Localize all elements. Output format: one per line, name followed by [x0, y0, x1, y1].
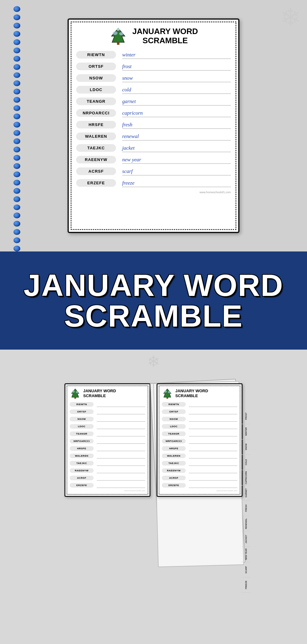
rotated-answer-word: GARNET	[242, 485, 250, 501]
small-answer-line	[97, 409, 145, 414]
worksheet-header: JANUARY WORD SCRAMBLE	[76, 26, 231, 45]
ws-small-row: NSOW	[162, 416, 237, 422]
ws-small-row: NRPOARCCI	[162, 438, 237, 444]
section-bottom: ❄ JANUARY WORD SCRAMBLE RIEWTN ORTSF	[0, 350, 307, 644]
answer-line: freeze	[122, 178, 231, 187]
answer-text: fresh	[122, 122, 132, 128]
answer-line: snow	[122, 74, 231, 82]
ws-small-title-right: JANUARY WORD SCRAMBLE	[175, 389, 208, 398]
answer-line: new year	[122, 155, 231, 164]
bead	[14, 229, 20, 235]
answer-text: renewal	[122, 133, 139, 140]
scrambled-word: ERZEFE	[76, 179, 116, 187]
svg-point-3	[119, 32, 123, 35]
svg-point-11	[164, 390, 167, 393]
small-answer-line	[189, 453, 237, 458]
answer-line: garnet	[122, 97, 231, 105]
small-answer-line	[97, 424, 145, 429]
scrambled-word: RAEENYW	[76, 156, 116, 163]
bead	[14, 113, 20, 119]
scrambled-word: LDOC	[76, 86, 116, 94]
bead	[14, 163, 20, 169]
answer-line: frost	[122, 62, 231, 71]
small-answer-line	[97, 401, 145, 407]
small-answer-line	[189, 468, 237, 473]
worksheet-row: TEANGR garnet	[76, 97, 231, 105]
ws-small-row: HRSFE	[70, 446, 145, 451]
worksheet-row: HRSFE fresh	[76, 120, 231, 129]
tree-icon	[109, 27, 127, 45]
bead	[14, 155, 20, 161]
answer-text: jacket	[122, 145, 135, 152]
bead	[14, 221, 20, 227]
bead	[14, 213, 20, 218]
small-answer-line	[97, 482, 145, 488]
bead	[14, 31, 20, 37]
small-answer-line	[97, 475, 145, 481]
ws-small-row: ORTSF	[70, 409, 145, 414]
svg-rect-13	[166, 397, 168, 399]
scrambled-word: HRSFE	[76, 121, 116, 128]
scrambled-word: ACRSF	[76, 167, 116, 175]
scrambled-word: NRPOARCCI	[76, 109, 116, 117]
answer-text: snow	[122, 75, 133, 82]
svg-point-7	[72, 390, 75, 393]
bead	[14, 23, 20, 29]
answer-line: scarf	[122, 167, 231, 175]
ws-small-rows-left: RIEWTN ORTSF NSOW LDOC TEANGR NRPOARCCI …	[70, 401, 145, 488]
small-tree-icon-right	[162, 388, 173, 399]
small-scrambled-word: TAEJKC	[70, 461, 94, 466]
small-scrambled-word: ORTSF	[70, 409, 94, 414]
bead	[14, 147, 20, 152]
small-scrambled-word: NRPOARCCI	[70, 439, 94, 443]
answer-line: renewal	[122, 132, 231, 140]
ws-small-row: TAEJKC	[162, 460, 237, 466]
svg-marker-6	[71, 389, 79, 399]
small-tree-icon-left	[70, 388, 81, 399]
worksheet-card-answered: JANUARY WORD SCRAMBLE RIEWTN winter ORTS…	[68, 18, 239, 233]
answer-line: capricorn	[122, 109, 231, 117]
worksheet-row: NRPOARCCI capricorn	[76, 109, 231, 117]
small-scrambled-word: ORTSF	[162, 409, 186, 414]
small-answer-line	[97, 453, 145, 458]
bead	[14, 205, 20, 210]
answer-line: cold	[122, 85, 231, 94]
ws-small-row: ERZEFE	[162, 482, 237, 488]
ws-small-header-right: JANUARY WORD SCRAMBLE	[162, 388, 237, 399]
small-scrambled-word: TEANGR	[70, 431, 94, 436]
answer-text: winter	[122, 52, 135, 59]
bead	[14, 72, 20, 78]
small-scrambled-word: WALEREN	[70, 454, 94, 458]
ws-small-header-left: JANUARY WORD SCRAMBLE	[70, 388, 145, 399]
small-answer-line	[97, 446, 145, 451]
bead	[14, 97, 20, 103]
small-answer-line	[189, 409, 237, 414]
rotated-answer-word: FREEZE	[242, 577, 250, 593]
ws-small-row: ORTSF	[162, 409, 237, 414]
ws-small-row: WALEREN	[70, 453, 145, 458]
bead	[14, 130, 20, 136]
worksheet-row: TAEJKC jacket	[76, 144, 231, 152]
bead	[14, 105, 20, 111]
small-scrambled-word: HRSFE	[162, 446, 186, 451]
small-answer-line	[189, 446, 237, 451]
answer-text: frost	[122, 63, 132, 70]
scrambled-word: NSOW	[76, 74, 116, 82]
svg-point-2	[113, 31, 118, 35]
small-scrambled-word: HRSFE	[70, 446, 94, 451]
rotated-answer-word: COLD	[242, 455, 250, 470]
worksheet-row: ERZEFE freeze	[76, 178, 231, 187]
small-scrambled-word: NRPOARCCI	[162, 439, 186, 443]
small-answer-line	[97, 460, 145, 466]
scrambled-word: TEANGR	[76, 98, 116, 105]
svg-rect-9	[74, 397, 76, 399]
banner-title: JANUARY WORD SCRAMBLE	[24, 270, 283, 331]
ws-small-row: RAEENYW	[162, 468, 237, 473]
scrambled-word: TAEJKC	[76, 144, 116, 152]
ws-small-row: NRPOARCCI	[70, 438, 145, 444]
bead	[14, 6, 20, 12]
small-scrambled-word: TEANGR	[162, 431, 186, 436]
answer-line: winter	[122, 50, 231, 59]
answer-text: scarf	[122, 168, 133, 175]
small-scrambled-word: TAEJKC	[162, 461, 186, 466]
